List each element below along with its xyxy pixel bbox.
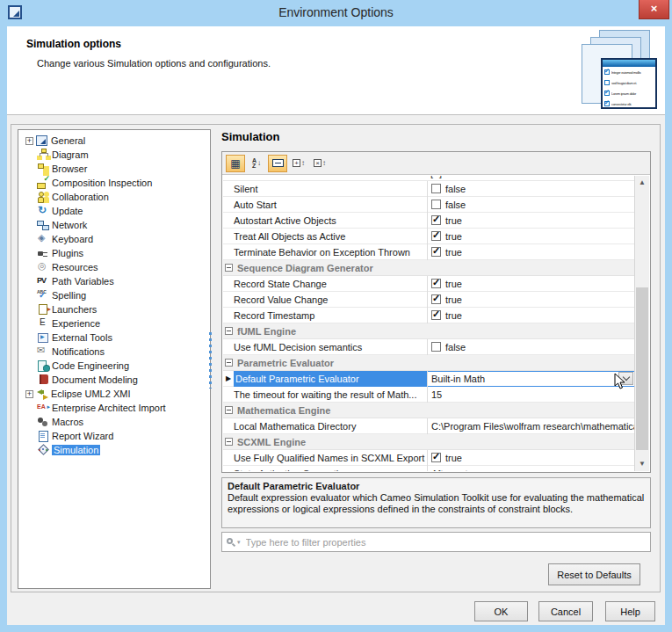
checked-checkbox-icon[interactable] [431, 215, 441, 225]
collapse-section-icon[interactable] [225, 406, 233, 414]
scroll-down-icon[interactable]: ▼ [635, 457, 649, 471]
ok-button[interactable]: OK [474, 601, 528, 621]
checklist-graphic-label: Lorem ipsum dolor [611, 91, 636, 96]
tree-item-spelling[interactable]: Spelling [18, 288, 210, 302]
section-row-scxml-engine[interactable]: SCXML Engine [223, 434, 634, 450]
property-value-cell[interactable]: true [427, 244, 634, 260]
unchecked-checkbox-icon[interactable] [431, 342, 441, 352]
tree-item-path-variables[interactable]: Path Variables [18, 274, 210, 288]
tree-item-network[interactable]: Network [18, 218, 210, 232]
collapse-section-icon[interactable] [225, 327, 233, 335]
property-row-local-mathematica-directory[interactable]: Local Mathematica DirectoryC:\Program Fi… [223, 418, 634, 434]
collapse-all-button[interactable]: ×↕ [310, 155, 329, 172]
scrollbar-thumb[interactable] [636, 287, 648, 450]
property-value-cell[interactable]: Built-in Math [427, 371, 634, 387]
tree-item-resources[interactable]: Resources [18, 260, 210, 274]
checked-checkbox-icon[interactable] [431, 279, 441, 288]
sort-alphabetically-button[interactable]: AZ↓ [247, 155, 266, 172]
checked-checkbox-icon [604, 101, 610, 106]
help-button[interactable]: Help [605, 601, 655, 621]
property-value-cell[interactable]: false [427, 181, 634, 197]
property-row-record-timestamp[interactable]: Record Timestamptrue [223, 308, 634, 323]
property-value-cell[interactable]: true [427, 213, 634, 229]
tree-item-macros[interactable]: Macros [18, 415, 210, 429]
property-value-cell[interactable]: After entry [427, 466, 634, 472]
tree-item-report-wizard[interactable]: Report Wizard [18, 429, 210, 443]
section-row-parametric-evaluator[interactable]: Parametric Evaluator [223, 355, 634, 371]
tree-item-composition-inspection[interactable]: Composition Inspection [18, 176, 210, 190]
tree-item-external-tools[interactable]: External Tools [18, 331, 210, 345]
panel-splitter-handle[interactable] [209, 332, 212, 389]
collapse-section-icon[interactable] [225, 438, 233, 446]
vertical-scrollbar[interactable]: ▲ ▼ [634, 176, 649, 471]
tree-item-diagram[interactable]: Diagram [18, 148, 210, 162]
section-row-mathematica-engine[interactable]: Mathematica Engine [223, 403, 634, 418]
scroll-up-icon[interactable]: ▲ [635, 176, 649, 190]
options-tree: +GeneralDiagramBrowserComposition Inspec… [18, 129, 211, 589]
filter-input[interactable] [244, 536, 650, 548]
expander-plus-icon[interactable]: + [25, 137, 33, 145]
collapse-section-icon[interactable] [225, 264, 233, 272]
property-row-state-activation-semantics[interactable]: State Activation SemanticsAfter entry [223, 466, 634, 471]
reset-to-defaults-button[interactable]: Reset to Defaults [548, 563, 640, 585]
tree-connector [25, 418, 34, 426]
property-row-the-timeout-for-waiting-the-result-of-math[interactable]: The timeout for waiting the result of Ma… [223, 387, 634, 403]
property-value-cell[interactable]: true [427, 308, 634, 323]
property-row-terminate-behavior-on-exception-thrown[interactable]: Terminate Behavior on Exception Throwntr… [223, 244, 634, 260]
tree-item-collaboration[interactable]: Collaboration [18, 190, 210, 204]
tree-item-notifications[interactable]: Notifications [18, 345, 210, 359]
tree-connector [25, 221, 34, 229]
property-row-record-state-change[interactable]: Record State Changetrue [223, 276, 634, 292]
tree-item-label: Simulation [52, 445, 100, 455]
tree-item-update[interactable]: Update [18, 204, 210, 218]
property-name: Record Value Change [234, 292, 427, 308]
property-value-cell[interactable]: true [427, 229, 634, 244]
checked-checkbox-icon[interactable] [431, 453, 441, 462]
property-value-cell[interactable]: false [427, 197, 634, 213]
checked-checkbox-icon[interactable] [431, 247, 441, 257]
property-row-auto-start[interactable]: Auto Startfalse [223, 197, 634, 213]
property-value-cell[interactable]: false [427, 339, 634, 355]
tree-item-launchers[interactable]: Launchers [18, 302, 210, 316]
tree-item-general[interactable]: +General [18, 134, 210, 148]
checked-checkbox-icon[interactable] [431, 231, 441, 241]
property-value-cell[interactable]: true [427, 450, 634, 466]
property-row-record-value-change[interactable]: Record Value Changetrue [223, 292, 634, 308]
unchecked-checkbox-icon[interactable] [431, 184, 441, 193]
tree-connector [25, 333, 34, 342]
tree-item-plugins[interactable]: Plugins [18, 246, 210, 260]
tree-connector [25, 193, 34, 201]
property-row-use-fully-qualified-names-in-scxml-export[interactable]: Use Fully Qualified Names in SCXML Expor… [223, 450, 634, 466]
tree-item-keyboard[interactable]: Keyboard [18, 232, 210, 246]
collapse-section-icon[interactable] [225, 359, 233, 367]
property-row-autostart-active-objects[interactable]: Autostart Active Objectstrue [223, 213, 634, 229]
tree-item-experience[interactable]: Experience [18, 316, 210, 331]
search-icon [227, 538, 235, 547]
section-row-sequence-diagram-generator[interactable]: Sequence Diagram Generator [223, 260, 634, 276]
checked-checkbox-icon[interactable] [431, 294, 441, 304]
property-row-silent[interactable]: Silentfalse [223, 181, 634, 197]
property-row-treat-all-objects-as-active[interactable]: Treat All Objects as Activetrue [223, 229, 634, 244]
tree-item-enterprise-architect-import[interactable]: Enterprise Architect Import [18, 401, 210, 415]
expand-all-button[interactable]: +↕ [289, 155, 308, 172]
property-value-cell[interactable]: true [427, 276, 634, 292]
tree-item-document-modeling[interactable]: Document Modeling [18, 373, 210, 387]
property-value-cell[interactable]: true [427, 292, 634, 308]
tree-item-code-engineering[interactable]: Code Engineering [18, 359, 210, 373]
close-button[interactable]: × [639, 0, 669, 19]
tree-item-label: Composition Inspection [52, 178, 152, 188]
cancel-button[interactable]: Cancel [538, 601, 593, 621]
property-value-cell[interactable]: 15 [427, 387, 634, 403]
property-row-use-fuml-decision-semantics[interactable]: Use fUML Decision semanticsfalse [223, 339, 634, 355]
show-description-button[interactable] [268, 155, 287, 172]
categorized-view-button[interactable]: ▦ [226, 155, 245, 172]
property-value-cell[interactable]: C:\Program Files\wolfram research\mathem… [427, 418, 634, 434]
search-options-caret-icon[interactable]: ▾ [237, 539, 241, 546]
tree-item-simulation[interactable]: Simulation [18, 443, 210, 457]
property-row-default-parametric-evaluator[interactable]: ▶Default Parametric EvaluatorBuilt-in Ma… [223, 371, 634, 387]
checked-checkbox-icon[interactable] [431, 310, 441, 320]
unchecked-checkbox-icon[interactable] [431, 200, 441, 209]
section-row-fuml-engine[interactable]: fUML Engine [223, 323, 634, 339]
tree-item-eclipse-uml2-xmi[interactable]: +Eclipse UML2 XMI [18, 387, 210, 401]
expander-plus-icon[interactable]: + [25, 390, 33, 398]
